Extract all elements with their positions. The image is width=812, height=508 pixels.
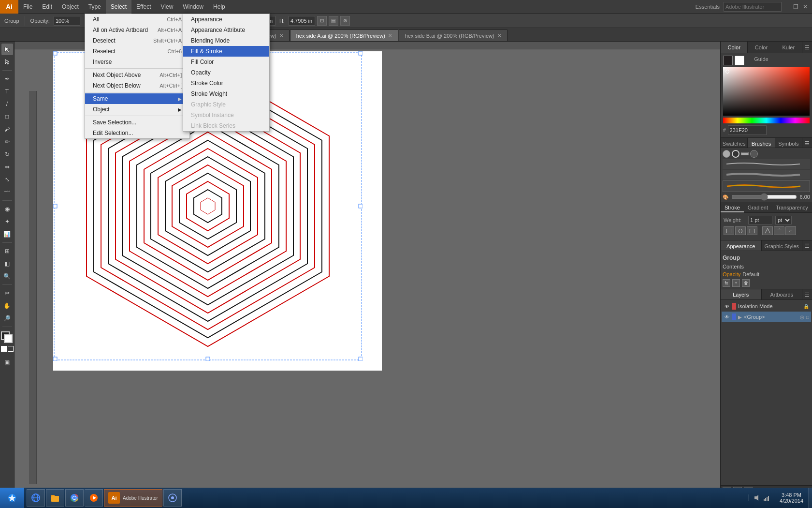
menu-effect[interactable]: Effect [131,0,156,14]
selection-tool[interactable] [1,44,13,55]
layer-isolation-mode[interactable]: 👁 Isolation Mode 🔒 [722,301,811,312]
layer-expand-icon[interactable]: ▶ [738,314,742,320]
tab-close[interactable]: ✕ [388,33,392,38]
column-graph-tool[interactable]: 📊 [1,228,13,240]
taskbar-illustrator[interactable]: Ai Adobe Illustrator [104,489,162,507]
layer-target-icon[interactable]: ◎ [800,314,804,320]
background-color[interactable] [735,56,744,65]
color-gradient[interactable] [723,67,810,116]
menu-item-save-selection[interactable]: Save Selection... [85,117,189,128]
cap-butt[interactable]: |─| [724,226,734,235]
menu-item-reselect[interactable]: Reselect Ctrl+6 [85,46,189,57]
menu-item-object[interactable]: Object ▶ [85,104,189,115]
tab-color[interactable]: Color [721,42,748,53]
tab-transparency[interactable]: Transparency [772,202,812,212]
brush-stroke-3[interactable] [723,180,810,192]
submenu-item-appearance-attr[interactable]: Appearance Attribute [183,25,269,35]
opacity-link[interactable]: Opacity [723,271,740,277]
add-new-effect[interactable]: fx [723,279,730,287]
layer-group[interactable]: 👁 ▶ <Group> ◎ □ [722,312,811,322]
taskbar-browser[interactable] [163,489,182,507]
submenu-item-fill-stroke[interactable]: Fill & Stroke [183,46,269,57]
tab-gradient[interactable]: Gradient [744,202,772,212]
tab-layers[interactable]: Layers [721,289,762,299]
rotate-tool[interactable]: ↻ [1,149,13,160]
tab-swatches[interactable]: Swatches [721,138,748,148]
menu-help[interactable]: Help [208,0,230,14]
taskbar-clock[interactable]: 3:48 PM 4/20/2014 [775,492,808,504]
color-hex-input[interactable] [728,125,767,135]
menu-item-edit-selection[interactable]: Edit Selection... [85,128,189,138]
menu-window[interactable]: Window [178,0,208,14]
delete-item[interactable]: 🗑 [742,279,750,287]
tab-brushes[interactable]: Brushes [748,138,775,148]
brush-dot-small[interactable] [723,150,730,158]
layer-visibility-icon[interactable]: 👁 [724,314,730,320]
tab-artboards[interactable]: Artboards [762,289,803,299]
warp-icon[interactable]: ⊗ [340,16,350,26]
menu-type[interactable]: Type [84,0,106,14]
brushes-menu-icon[interactable]: ☰ [802,138,812,148]
type-tool[interactable]: T [1,86,13,97]
hand-tool[interactable]: ✋ [1,300,13,312]
taskbar-files[interactable] [46,489,64,507]
scissors-tool[interactable]: ✂ [1,287,13,299]
tab-appearance[interactable]: Appearance [721,240,762,251]
stroke-unit-select[interactable]: ptpxin [775,216,792,224]
menu-view[interactable]: View [156,0,178,14]
pen-tool[interactable]: ✒ [1,73,13,85]
menu-item-next-below[interactable]: Next Object Below Alt+Ctrl+[ [85,80,189,91]
search-input[interactable] [724,2,782,12]
menu-item-next-above[interactable]: Next Object Above Alt+Ctrl+] [85,70,189,80]
reflect-tool[interactable]: ⇔ [1,161,13,173]
layer-select-icon[interactable]: □ [806,314,809,320]
menu-item-deselect[interactable]: Deselect Shift+Ctrl+A [85,35,189,46]
add-fill[interactable]: + [732,279,740,287]
join-miter[interactable]: ╱╲ [762,226,773,235]
brush-dot-light[interactable] [750,150,758,158]
h-input[interactable] [289,16,315,26]
submenu-item-blending[interactable]: Blending Mode [183,35,269,46]
blend-tool[interactable]: ◉ [1,203,13,215]
join-bevel[interactable]: ⌐ [785,226,796,235]
zoom-tool[interactable]: 🔎 [1,313,13,324]
show-desktop-btn[interactable] [808,488,812,508]
appearance-menu-icon[interactable]: ☰ [802,240,812,251]
tab-stroke[interactable]: Stroke [721,202,744,212]
warp-tool[interactable]: 〰 [1,186,13,198]
submenu-item-appearance[interactable]: Appearance [183,14,269,25]
menu-item-inverse[interactable]: Inverse [85,57,189,67]
stroke-weight-input[interactable] [748,216,772,224]
start-button[interactable] [0,488,24,508]
constrain-icon[interactable]: ⊡ [317,16,327,26]
join-round[interactable]: ⌒ [774,226,784,235]
menu-object[interactable]: Object [57,0,84,14]
tab-hex-side-a[interactable]: hex side A.ai @ 200% (RGB/Preview) ✕ [290,30,398,41]
submenu-item-opacity[interactable]: Opacity [183,67,269,78]
tab-symbols[interactable]: Symbols [775,138,802,148]
menu-file[interactable]: File [18,0,37,14]
tab-kuler[interactable]: Kuler [775,42,802,53]
scale-tool[interactable]: ⤡ [1,174,13,185]
foreground-color[interactable] [723,56,733,65]
cap-square[interactable]: [─] [747,226,757,235]
brush-stroke-2[interactable] [723,170,810,179]
submenu-item-stroke-weight[interactable]: Stroke Weight [183,89,269,99]
tab-hex-side-b[interactable]: hex side B.ai @ 200% (RGB/Preview) ✕ [399,30,508,41]
layer-lock-icon[interactable]: 🔒 [803,304,809,309]
cap-round[interactable]: ( ) [735,226,746,235]
taskbar-media[interactable] [85,489,103,507]
brush-dot-medium[interactable] [732,150,740,158]
mesh-tool[interactable]: ⊞ [1,245,13,257]
close-button[interactable]: ✕ [801,2,810,11]
direct-selection-tool[interactable] [1,56,13,68]
paintbrush-tool[interactable]: 🖌 [1,123,13,135]
submenu-item-stroke-color[interactable]: Stroke Color [183,78,269,89]
transform-options-icon[interactable]: ▤ [329,16,338,26]
submenu-item-fill-color[interactable]: Fill Color [183,57,269,67]
eyedropper-tool[interactable]: 🔍 [1,270,13,282]
tab-close[interactable]: ✕ [497,33,501,38]
layers-menu-icon[interactable]: ☰ [802,289,812,299]
panel-menu-icon[interactable]: ☰ [802,42,812,53]
symbol-tool[interactable]: ✦ [1,216,13,227]
